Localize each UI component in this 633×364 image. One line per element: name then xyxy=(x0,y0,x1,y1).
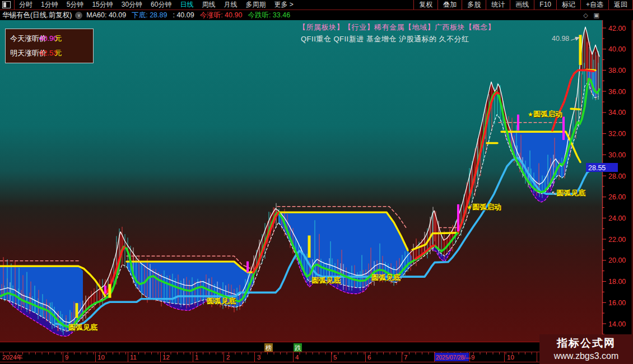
svg-text:20.00: 20.00 xyxy=(608,256,626,264)
svg-text:16.00: 16.00 xyxy=(608,299,626,307)
svg-text:11: 11 xyxy=(130,354,137,361)
watermark-site-name: 指标公式网 xyxy=(539,336,633,351)
svg-text:18.00: 18.00 xyxy=(608,278,626,286)
svg-text:12: 12 xyxy=(162,354,170,361)
svg-text:38.00: 38.00 xyxy=(608,67,626,74)
svg-text:34.00: 34.00 xyxy=(608,109,626,116)
svg-text:14.00: 14.00 xyxy=(608,320,626,328)
svg-text:榜: 榜 xyxy=(266,344,272,351)
svg-text:10: 10 xyxy=(97,354,105,361)
svg-text:2025/07/28/—: 2025/07/28/— xyxy=(436,354,471,361)
svg-text:42.00: 42.00 xyxy=(608,25,626,32)
svg-text:2024年: 2024年 xyxy=(2,354,23,361)
svg-text:4: 4 xyxy=(295,354,299,361)
today-alert-unit: 元 xyxy=(55,34,62,43)
candlestick-chart[interactable]: 42.0040.0038.0036.0034.0032.0030.0028.00… xyxy=(0,0,633,364)
svg-text:9: 9 xyxy=(471,354,474,361)
svg-text:9: 9 xyxy=(65,354,68,361)
price-alert-box: 今天涨听价40.90元 明天涨听价42.53元 xyxy=(5,29,94,63)
svg-text:2: 2 xyxy=(226,354,230,361)
svg-text:5: 5 xyxy=(333,354,337,361)
tomorrow-alert-unit: 元 xyxy=(55,49,62,57)
svg-text:1: 1 xyxy=(195,354,198,361)
watermark-panel: 指标公式网 www.zbgs3.com xyxy=(539,334,633,364)
tomorrow-alert-line: 明天涨听价42.53元 xyxy=(10,48,62,58)
svg-text:6: 6 xyxy=(367,354,371,361)
svg-text:跌: 跌 xyxy=(295,344,301,351)
svg-text:28.55: 28.55 xyxy=(588,164,606,172)
svg-text:7: 7 xyxy=(404,354,407,361)
svg-text:28.00: 28.00 xyxy=(608,172,626,180)
svg-text:36.00: 36.00 xyxy=(608,88,626,96)
svg-text:24.00: 24.00 xyxy=(608,214,626,222)
svg-text:26.00: 26.00 xyxy=(608,193,626,201)
today-alert-line: 今天涨听价40.90元 xyxy=(10,34,62,44)
svg-text:22.00: 22.00 xyxy=(608,236,626,244)
watermark-url: www.zbgs3.com xyxy=(539,351,633,361)
svg-text:3: 3 xyxy=(257,354,260,361)
svg-text:40.00: 40.00 xyxy=(608,45,626,53)
svg-text:10: 10 xyxy=(507,354,514,361)
trading-app-window: 分时1分钟5分钟15分钟30分钟60分钟日线周线月线多周期更多 > 复权叠加多股… xyxy=(0,0,633,364)
svg-text:32.00: 32.00 xyxy=(608,130,626,138)
svg-text:30.00: 30.00 xyxy=(608,151,626,159)
